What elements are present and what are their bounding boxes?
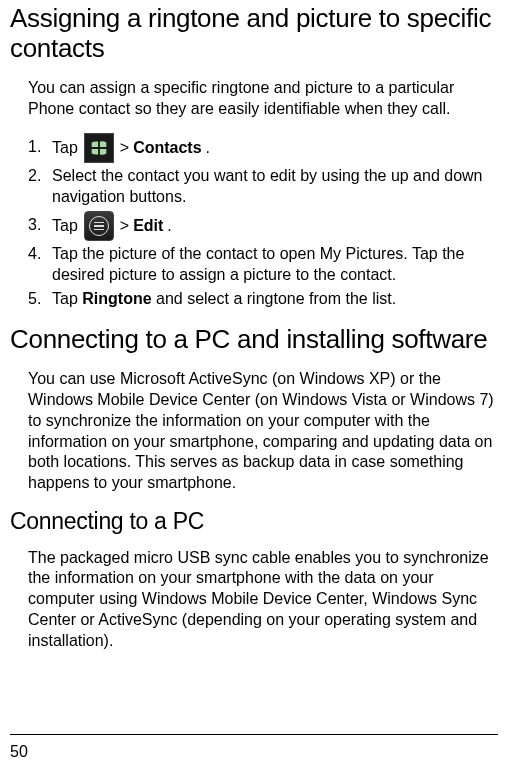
step1-pre: Tap: [52, 134, 78, 162]
step-4: Tap the picture of the contact to open M…: [28, 244, 498, 286]
step1-contacts: Contacts: [133, 134, 201, 162]
step5-ringtone: Ringtone: [82, 290, 151, 307]
step1-sep: >: [120, 134, 129, 162]
step3-edit: Edit: [133, 212, 163, 240]
step5-post: and select a ringtone from the list.: [152, 290, 397, 307]
page-number: 50: [10, 743, 28, 761]
step3-post: .: [167, 212, 171, 240]
page-divider: [10, 734, 498, 735]
heading-connecting: Connecting to a PC and installing softwa…: [10, 325, 498, 355]
step3-sep: >: [120, 212, 129, 240]
step-5: Tap Ringtone and select a ringtone from …: [28, 289, 498, 310]
menu-icon: [84, 211, 114, 241]
steps-list: Tap > Contacts. Select the contact you w…: [10, 133, 498, 309]
heading-ringtone: Assigning a ringtone and picture to spec…: [10, 4, 498, 64]
connect-intro: You can use Microsoft ActiveSync (on Win…: [10, 369, 498, 494]
step1-post: .: [206, 134, 210, 162]
step-3: Tap > Edit.: [28, 211, 498, 241]
ringtone-intro: You can assign a specific ringtone and p…: [10, 78, 498, 120]
step5-pre: Tap: [52, 290, 82, 307]
step-2: Select the contact you want to edit by u…: [28, 166, 498, 208]
step-1: Tap > Contacts.: [28, 133, 498, 163]
windows-start-icon: [84, 133, 114, 163]
heading-connect-pc: Connecting to a PC: [10, 508, 498, 536]
step3-pre: Tap: [52, 212, 78, 240]
pc-paragraph: The packaged micro USB sync cable enable…: [10, 548, 498, 652]
